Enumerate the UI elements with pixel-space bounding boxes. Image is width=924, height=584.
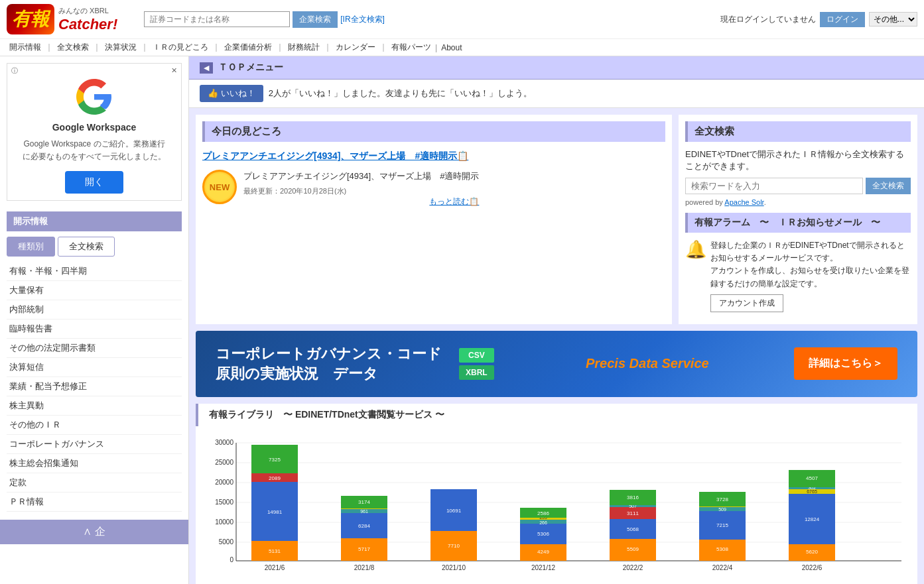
other-select[interactable]: その他...: [869, 12, 917, 27]
nav-item-calendar[interactable]: カレンダー: [333, 42, 378, 53]
tab-row: 種類別 全文検索: [7, 237, 182, 257]
svg-text:5131: 5131: [269, 548, 281, 554]
collapse-button[interactable]: ◀: [200, 62, 213, 74]
ad-banner: ⓘ ✕ Google Workspace Google Workspace のご…: [7, 63, 182, 201]
svg-text:7215: 7215: [716, 522, 728, 528]
nav-item-kaiji[interactable]: 開示情報: [7, 42, 44, 53]
disclosure-list: 有報・半報・四半期 大量保有 内部統制 臨時報告書 その他の法定開示書類 決算短…: [7, 262, 182, 512]
svg-text:5306: 5306: [537, 531, 549, 537]
svg-text:2021/10: 2021/10: [442, 564, 466, 571]
service-name: Precis Data Service: [511, 356, 783, 371]
header-top: 有報 みんなの XBRL Catcher! 企業検索 [IR全文検索] 現在ログ…: [0, 0, 924, 39]
svg-text:2021/8: 2021/8: [354, 564, 375, 571]
svg-text:3174: 3174: [358, 499, 370, 505]
header-search-button[interactable]: 企業検索: [293, 11, 338, 28]
sidebar-collapse-arrow[interactable]: ∧ 企: [0, 520, 188, 544]
today-section: 今日の見どころ プレミアアンチエイジング[4934]、マザーズ上場 #適時開示📋…: [196, 115, 672, 324]
svg-text:25000: 25000: [215, 459, 233, 466]
news-link[interactable]: プレミアアンチエイジング[4934]、マザーズ上場 #適時開示📋: [202, 148, 665, 163]
svg-text:2021/6: 2021/6: [265, 564, 285, 571]
nav-item-zenken[interactable]: 全文検索: [54, 42, 92, 53]
news-article: NEW プレミアアンチエイジング[4934]、マザーズ上場 #適時開示 最終更新…: [202, 170, 665, 207]
csv-icon-box: CSV: [459, 348, 494, 363]
like-text: 2人が「いいね！」しました。友達よりも先に「いいね！」しよう。: [269, 88, 532, 99]
full-search-input[interactable]: [685, 178, 863, 194]
ad-desc: Google Workspace のご紹介。業務遂行に必要なものをすべて一元化し…: [21, 138, 168, 163]
list-item[interactable]: コーポレートガバナンス: [7, 435, 182, 454]
nav-item-zaimu[interactable]: 財務統計: [285, 42, 322, 53]
nav-item-kessan[interactable]: 決算状況: [102, 42, 139, 53]
login-status: 現在ログインしていません: [720, 14, 816, 25]
ad-open-button[interactable]: 開く: [65, 171, 123, 194]
svg-text:2022/4: 2022/4: [712, 564, 733, 571]
alarm-content: 🔔 登録した企業のＩＲがEDINETやTDnetで開示されるとお知らせするメール…: [685, 239, 911, 312]
wide-ad-line2: 原則の実施状況 データ: [216, 364, 442, 384]
nav-sep-3: ｜: [141, 42, 149, 53]
svg-text:14981: 14981: [267, 509, 283, 515]
full-search-link[interactable]: [IR全文検索]: [340, 14, 385, 25]
list-item[interactable]: 決算短信: [7, 358, 182, 377]
nav-sep-2: ｜: [93, 42, 101, 53]
news-detail-text: プレミアアンチエイジング[4934]、マザーズ上場 #適時開示: [243, 170, 479, 184]
list-item[interactable]: その他の法定開示書類: [7, 339, 182, 358]
main-layout: ⓘ ✕ Google Workspace Google Workspace のご…: [0, 56, 924, 584]
alarm-desc-area: 登録した企業のＩＲがEDINETやTDnetで開示されるとお知らせするメールサー…: [710, 239, 911, 312]
nav-item-ir[interactable]: ＩＲの見どころ: [150, 42, 211, 53]
list-item[interactable]: 内部統制: [7, 300, 182, 320]
disclosure-section: 開示情報 種類別 全文検索 有報・半報・四半期 大量保有 内部統制 臨時報告書 …: [0, 207, 188, 516]
svg-text:961: 961: [360, 509, 368, 514]
powered-by: powered by Apache Solr.: [685, 198, 911, 206]
tab-type-button[interactable]: 種類別: [7, 237, 55, 257]
svg-text:10000: 10000: [215, 518, 233, 526]
google-logo-icon: [74, 77, 114, 117]
ad-close-btn[interactable]: ✕: [171, 66, 177, 75]
news-detail-area: プレミアアンチエイジング[4934]、マザーズ上場 #適時開示 最終更新：202…: [243, 170, 479, 207]
nav-item-about[interactable]: About: [438, 43, 464, 52]
list-item[interactable]: ＰＲ情報: [7, 493, 182, 512]
wide-ad-left-text: コーポレートガバナンス・コード 原則の実施状況 データ: [216, 344, 442, 384]
list-item[interactable]: 臨時報告書: [7, 320, 182, 339]
nav-item-kigyo[interactable]: 企業価値分析: [222, 42, 275, 53]
read-more-link[interactable]: もっと読む📋: [243, 196, 479, 207]
bell-icon: 🔔: [685, 239, 705, 260]
full-search-button[interactable]: 全文検索: [866, 178, 911, 194]
full-search-input-row: 全文検索: [685, 178, 911, 194]
news-update-text: 最終更新：2020年10月28日(水): [243, 186, 479, 196]
tab-full-search-button[interactable]: 全文検索: [58, 237, 115, 257]
svg-text:7325: 7325: [269, 457, 281, 463]
details-button[interactable]: 詳細はこちら＞: [794, 347, 897, 380]
nav-bar: 開示情報 ｜ 全文検索 ｜ 決算状況 ｜ ＩＲの見どころ ｜ 企業価値分析 ｜ …: [0, 39, 924, 56]
svg-text:509: 509: [718, 507, 726, 512]
nav-item-yuho[interactable]: 有報パーツ: [389, 42, 434, 53]
account-create-button[interactable]: アカウント作成: [710, 294, 783, 312]
wide-ad-banner: コーポレートガバナンス・コード 原則の実施状況 データ CSV XBRL Pre…: [196, 331, 917, 397]
header-search-input[interactable]: [144, 11, 290, 27]
ad-title: Google Workspace: [21, 122, 168, 133]
svg-text:5000: 5000: [219, 538, 234, 546]
svg-text:12824: 12824: [805, 516, 820, 522]
list-item[interactable]: その他のＩＲ: [7, 416, 182, 435]
svg-text:5717: 5717: [358, 546, 370, 552]
left-sidebar: ⓘ ✕ Google Workspace Google Workspace のご…: [0, 56, 189, 584]
list-item[interactable]: 株主異動: [7, 396, 182, 416]
login-area: 現在ログインしていません ログイン その他...: [720, 12, 917, 27]
svg-text:5509: 5509: [627, 546, 639, 552]
list-item[interactable]: 業績・配当予想修正: [7, 377, 182, 396]
nav-sep-4: ｜: [212, 42, 220, 53]
svg-text:3728: 3728: [716, 496, 728, 502]
bar-chart: 30000 25000 20000 15000 10000 5000 0: [202, 433, 911, 579]
svg-text:5068: 5068: [627, 526, 639, 532]
list-item[interactable]: 有報・半報・四半期: [7, 262, 182, 281]
list-item[interactable]: 定款: [7, 473, 182, 493]
apache-solr-link[interactable]: Apache Solr: [724, 198, 763, 206]
nav-sep-8: |: [435, 43, 437, 52]
like-button[interactable]: 👍 いいね！: [200, 85, 263, 102]
list-item[interactable]: 株主総会招集通知: [7, 454, 182, 473]
list-item[interactable]: 大量保有: [7, 281, 182, 300]
logo-area: 有報 みんなの XBRL Catcher!: [7, 4, 117, 34]
login-button[interactable]: ログイン: [820, 12, 865, 27]
svg-text:10691: 10691: [446, 508, 462, 514]
library-bar: 有報ライブラリ 〜 EDINET/TDnet文書閲覧サービス 〜: [196, 404, 917, 426]
nav-sep-7: ｜: [379, 42, 387, 53]
logo-box: 有報: [7, 4, 54, 34]
